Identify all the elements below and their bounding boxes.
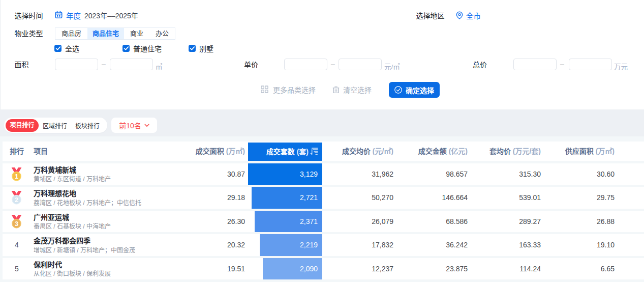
svg-text:2: 2: [15, 196, 18, 204]
svg-text:3: 3: [15, 220, 18, 228]
svg-text:1: 1: [15, 172, 18, 180]
